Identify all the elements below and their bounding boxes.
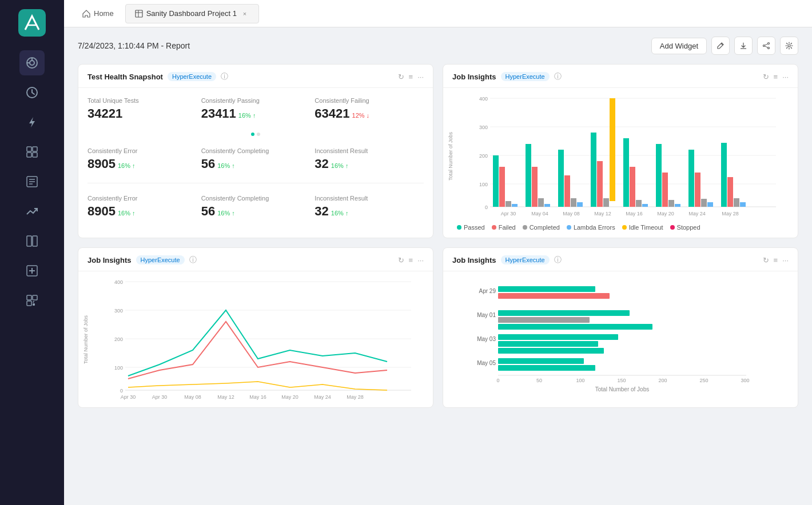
inconsistent-result2-value: 32 16% ↑ [315, 204, 424, 219]
legend-stopped: Stopped [670, 224, 700, 231]
svg-text:300: 300 [479, 125, 488, 130]
hbar-svg: Apr 29 May 01 May 03 May 05 [452, 278, 789, 398]
svg-rect-57 [591, 133, 596, 207]
svg-point-2 [30, 61, 34, 65]
test-health-filter[interactable]: ≡ [409, 73, 413, 81]
svg-rect-0 [18, 9, 46, 37]
content-header: 7/24/2023, 1:10:44 PM - Report Add Widge… [78, 37, 798, 55]
svg-rect-67 [668, 200, 674, 207]
svg-rect-14 [27, 236, 31, 246]
inconsistent-result-pct: 16% ↑ [331, 162, 349, 169]
job-insights-line-more[interactable]: ··· [417, 256, 424, 264]
sidebar-icon-clock[interactable] [19, 80, 45, 105]
download-button[interactable] [734, 37, 753, 55]
svg-text:Apr 30: Apr 30 [152, 394, 168, 400]
tab-home-label: Home [94, 9, 114, 18]
legend-passed-dot [457, 225, 461, 230]
add-widget-button[interactable]: Add Widget [651, 38, 707, 54]
logo[interactable] [18, 9, 46, 37]
svg-text:Apr 30: Apr 30 [501, 211, 516, 217]
inconsistent-result-value: 32 16% ↑ [315, 157, 424, 171]
edit-button[interactable] [711, 37, 730, 55]
tab-close-button[interactable]: × [240, 9, 249, 18]
test-health-header-right: ↻ ≡ ··· [398, 73, 424, 81]
sidebar-icon-bolt[interactable] [19, 169, 45, 194]
sidebar-icon-widgets[interactable] [19, 288, 45, 313]
content-area: 7/24/2023, 1:10:44 PM - Report Add Widge… [64, 27, 812, 505]
line-chart-svg: 400 300 200 100 0 [91, 276, 428, 402]
consistently-passing-pct: 16% ↑ [238, 112, 256, 119]
consistently-error2-value: 8905 16% ↑ [87, 204, 197, 219]
svg-text:May 12: May 12 [217, 394, 234, 400]
consistently-completing-value: 56 16% ↑ [201, 157, 311, 171]
job-insights-line-info-icon[interactable]: ⓘ [189, 255, 197, 265]
consistently-failing: Consistently Failing 63421 12% ↓ [315, 97, 424, 121]
consistently-error-pct: 16% ↑ [118, 162, 136, 169]
svg-text:0: 0 [120, 388, 123, 394]
job-insights-hbar-more[interactable]: ··· [782, 256, 789, 264]
svg-rect-108 [498, 293, 610, 299]
test-health-info-icon[interactable]: ⓘ [221, 71, 228, 82]
job-insights-hbar-info-icon[interactable]: ⓘ [554, 255, 562, 265]
svg-text:Apr 29: Apr 29 [479, 288, 496, 294]
svg-rect-110 [498, 317, 590, 323]
svg-rect-73 [721, 143, 727, 207]
job-insights-bar-badge: HyperExecute [501, 72, 550, 81]
svg-text:May 03: May 03 [477, 336, 496, 342]
sidebar-icon-add[interactable] [19, 258, 45, 283]
consistently-completing-label: Consistently Completing [201, 147, 311, 154]
legend-failed-label: Failed [499, 224, 516, 231]
settings-button[interactable] [780, 37, 798, 55]
svg-rect-107 [498, 286, 595, 292]
svg-rect-19 [27, 295, 31, 300]
job-insights-bar-more[interactable]: ··· [782, 73, 789, 81]
job-insights-line-title: Job Insights [87, 256, 132, 264]
test-health-more[interactable]: ··· [417, 73, 424, 81]
job-insights-line-filter[interactable]: ≡ [409, 256, 413, 264]
inconsistent-result: Inconsistent Result 32 16% ↑ [315, 147, 424, 171]
job-insights-hbar-filter[interactable]: ≡ [774, 256, 778, 264]
bar-chart-svg: 400 300 200 100 0 [456, 93, 793, 218]
legend-passed-label: Passed [464, 224, 485, 231]
svg-text:100: 100 [576, 378, 584, 383]
job-insights-bar-body: Total Number of Jobs 400 [443, 88, 798, 238]
svg-rect-61 [623, 138, 629, 207]
svg-rect-7 [33, 147, 37, 151]
svg-rect-51 [538, 198, 544, 207]
consistently-completing2-value: 56 16% ↑ [201, 204, 311, 219]
svg-rect-8 [27, 153, 31, 157]
test-health-header-left: Test Health Snapshot HyperExecute ⓘ [87, 71, 228, 82]
sidebar-icon-grid[interactable] [19, 139, 45, 165]
job-insights-hbar-refresh[interactable]: ↻ [763, 256, 769, 264]
sidebar-icon-trending[interactable] [19, 199, 45, 224]
job-insights-bar-header-left: Job Insights HyperExecute ⓘ [452, 71, 562, 82]
job-insights-line-refresh[interactable]: ↻ [398, 256, 404, 264]
svg-rect-60 [610, 98, 615, 201]
svg-rect-21 [27, 301, 31, 306]
legend-completed-label: Completed [530, 224, 560, 231]
job-insights-bar-refresh[interactable]: ↻ [763, 73, 769, 81]
job-insights-line-header-left: Job Insights HyperExecute ⓘ [87, 255, 197, 265]
line-chart-y-label: Total Number of Jobs [83, 315, 89, 364]
tab-active[interactable]: Sanity Dashboard Project 1 × [125, 4, 259, 23]
sidebar-icon-lightning[interactable] [19, 110, 45, 135]
job-insights-bar-filter[interactable]: ≡ [774, 73, 778, 81]
svg-rect-48 [512, 204, 518, 207]
svg-text:May 24: May 24 [688, 211, 706, 217]
total-unique-tests-value: 34221 [87, 106, 197, 121]
svg-text:200: 200 [658, 378, 667, 383]
bar-chart-y-label-wrap: Total Number of Jobs [448, 93, 453, 221]
share-button[interactable] [757, 37, 775, 55]
svg-rect-22 [33, 303, 35, 306]
total-unique-tests: Total Unique Tests 34221 [87, 97, 197, 121]
svg-rect-74 [727, 177, 733, 207]
test-health-refresh[interactable]: ↻ [398, 73, 404, 81]
sidebar-icon-dashboard[interactable] [19, 50, 45, 75]
svg-rect-6 [27, 147, 31, 151]
sidebar-icon-split[interactable] [19, 229, 45, 254]
tab-home[interactable]: Home [73, 5, 123, 22]
job-insights-line-header-right: ↻ ≡ ··· [398, 256, 424, 264]
svg-rect-63 [636, 200, 642, 207]
job-insights-bar-info-icon[interactable]: ⓘ [554, 71, 562, 82]
job-insights-bar-title: Job Insights [452, 73, 496, 81]
